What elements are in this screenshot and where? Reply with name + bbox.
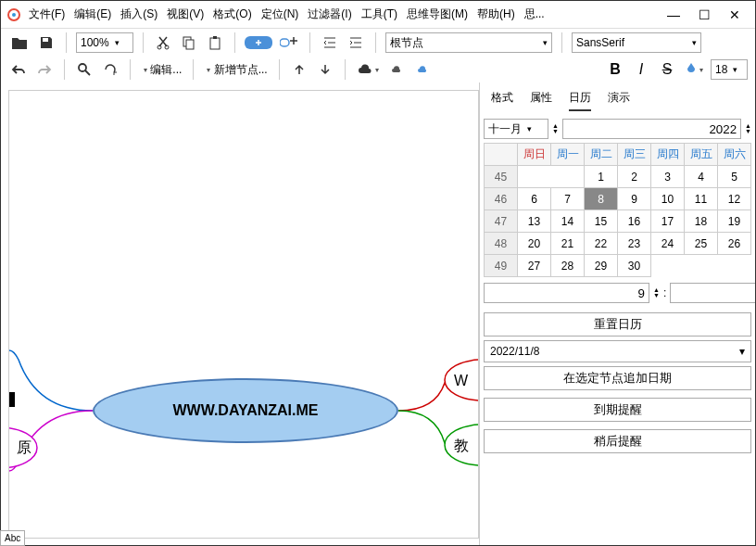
cal-day-cell[interactable]: 22 xyxy=(585,233,618,255)
cal-day-cell[interactable]: 26 xyxy=(718,233,751,255)
cal-day-cell[interactable]: 14 xyxy=(551,210,585,233)
cal-day-tue: 周二 xyxy=(585,144,618,166)
add-sibling-button[interactable] xyxy=(278,32,300,53)
save-icon[interactable] xyxy=(36,32,57,53)
menu-bar: 文件(F) 编辑(E) 插入(S) 视图(V) 格式(O) 定位(N) 过滤器(… xyxy=(29,6,658,22)
app-icon xyxy=(6,7,21,22)
menu-more[interactable]: 思... xyxy=(524,6,545,22)
cal-day-cell xyxy=(518,166,551,188)
cal-day-cell[interactable]: 24 xyxy=(651,233,685,255)
refresh-icon[interactable] xyxy=(100,59,120,80)
open-icon[interactable] xyxy=(8,32,31,53)
center-node[interactable]: WWW.DAYANZAI.ME xyxy=(93,378,398,443)
later-reminder-button[interactable]: 稍后提醒 xyxy=(484,429,751,453)
cal-day-cell[interactable]: 4 xyxy=(685,166,718,188)
menu-filter[interactable]: 过滤器(I) xyxy=(308,6,351,22)
maximize-button[interactable]: ☐ xyxy=(699,7,711,22)
edit-dropdown[interactable]: ▾ 编辑... xyxy=(140,59,183,80)
reset-calendar-button[interactable]: 重置日历 xyxy=(484,312,751,336)
paste-icon[interactable] xyxy=(205,32,225,53)
year-input[interactable] xyxy=(562,119,741,139)
cal-day-cell xyxy=(685,255,718,277)
cal-day-cell[interactable]: 21 xyxy=(551,233,585,255)
cal-day-cell[interactable]: 2 xyxy=(618,166,651,188)
indent-icon[interactable] xyxy=(346,32,366,53)
move-down-icon[interactable] xyxy=(315,59,335,80)
hour-input[interactable] xyxy=(484,283,649,303)
mindmap-canvas[interactable]: W 教 原 WWW.DAYANZAI.ME xyxy=(8,90,479,539)
cal-day-cell[interactable]: 13 xyxy=(518,210,551,233)
cal-day-cell[interactable]: 20 xyxy=(518,233,551,255)
tab-calendar[interactable]: 日历 xyxy=(569,90,591,111)
add-node-dropdown[interactable]: ▾ 新增节点... xyxy=(203,59,269,80)
undo-icon[interactable] xyxy=(8,59,29,80)
copy-icon[interactable] xyxy=(179,32,199,53)
menu-view[interactable]: 视图(V) xyxy=(167,6,204,22)
menu-file[interactable]: 文件(F) xyxy=(29,6,65,22)
cal-day-cell[interactable]: 3 xyxy=(651,166,685,188)
cut-icon[interactable] xyxy=(153,32,173,53)
menu-navigate[interactable]: 定位(N) xyxy=(261,6,299,22)
cal-day-cell[interactable]: 9 xyxy=(618,188,651,210)
menu-help[interactable]: 帮助(H) xyxy=(477,6,515,22)
right-node-2: 教 xyxy=(454,438,469,453)
move-up-icon[interactable] xyxy=(289,59,309,80)
menu-edit[interactable]: 编辑(E) xyxy=(74,6,111,22)
cal-day-cell[interactable]: 19 xyxy=(718,210,751,233)
date-combo[interactable]: 2022/11/8▾ xyxy=(484,340,751,362)
cloud-small-icon[interactable] xyxy=(386,59,407,80)
cal-day-cell[interactable]: 1 xyxy=(585,166,618,188)
cal-day-cell[interactable]: 25 xyxy=(685,233,718,255)
cal-day-cell[interactable]: 12 xyxy=(718,188,751,210)
minute-input[interactable] xyxy=(670,283,755,303)
add-child-button[interactable] xyxy=(245,36,272,49)
cal-day-cell[interactable]: 5 xyxy=(718,166,751,188)
cal-day-cell[interactable]: 30 xyxy=(618,255,651,277)
menu-format[interactable]: 格式(O) xyxy=(213,6,251,22)
redo-icon[interactable] xyxy=(34,59,55,80)
add-date-button[interactable]: 在选定节点追加日期 xyxy=(484,366,751,390)
node-combo[interactable]: 根节点▾ xyxy=(385,32,552,53)
cloud-blue-icon[interactable] xyxy=(412,59,433,80)
color-drop-icon[interactable]: ▾ xyxy=(683,59,705,80)
cal-day-cell[interactable]: 17 xyxy=(651,210,685,233)
zoom-combo[interactable]: 100%▾ xyxy=(76,32,133,53)
hour-spinner[interactable]: ▲▼ xyxy=(653,287,660,298)
menu-insert[interactable]: 插入(S) xyxy=(120,6,158,22)
tab-props[interactable]: 属性 xyxy=(530,90,552,111)
menu-tools[interactable]: 工具(T) xyxy=(361,6,397,22)
cal-day-cell[interactable]: 15 xyxy=(585,210,618,233)
svg-point-11 xyxy=(79,64,86,71)
month-combo[interactable]: 十一月▾ xyxy=(484,119,548,139)
cal-day-cell[interactable]: 28 xyxy=(551,255,585,277)
tab-present[interactable]: 演示 xyxy=(608,90,630,111)
cal-day-cell[interactable]: 6 xyxy=(518,188,551,210)
minimize-button[interactable]: — xyxy=(667,7,680,22)
outdent-icon[interactable] xyxy=(320,32,340,53)
cal-day-cell[interactable]: 29 xyxy=(585,255,618,277)
cal-day-cell[interactable]: 11 xyxy=(685,188,718,210)
year-spinner[interactable]: ▲▼ xyxy=(745,123,751,134)
cal-day-cell[interactable]: 10 xyxy=(651,188,685,210)
italic-button[interactable]: I xyxy=(631,59,651,80)
cal-day-cell[interactable]: 7 xyxy=(551,188,585,210)
svg-rect-8 xyxy=(213,36,217,39)
bold-button[interactable]: B xyxy=(605,59,625,80)
search-icon[interactable] xyxy=(74,59,94,80)
font-combo[interactable]: SansSerif▾ xyxy=(572,32,701,53)
cal-day-cell[interactable]: 18 xyxy=(685,210,718,233)
cal-day-cell[interactable]: 27 xyxy=(518,255,551,277)
due-reminder-button[interactable]: 到期提醒 xyxy=(484,398,751,422)
calendar-month-controls: 十一月▾ ▲▼ ▲▼ xyxy=(484,119,751,139)
cloud-icon[interactable]: ▾ xyxy=(355,59,381,80)
strike-button[interactable]: S xyxy=(657,59,677,80)
tab-format[interactable]: 格式 xyxy=(491,90,513,111)
cal-day-wed: 周三 xyxy=(618,144,651,166)
close-button[interactable]: ✕ xyxy=(729,7,740,22)
month-spinner[interactable]: ▲▼ xyxy=(552,123,559,134)
font-size-combo[interactable]: 18▾ xyxy=(711,59,748,80)
menu-mindmap[interactable]: 思维导图(M) xyxy=(407,6,468,22)
cal-day-cell[interactable]: 8 xyxy=(585,188,618,210)
cal-day-cell[interactable]: 16 xyxy=(618,210,651,233)
cal-day-cell[interactable]: 23 xyxy=(618,233,651,255)
